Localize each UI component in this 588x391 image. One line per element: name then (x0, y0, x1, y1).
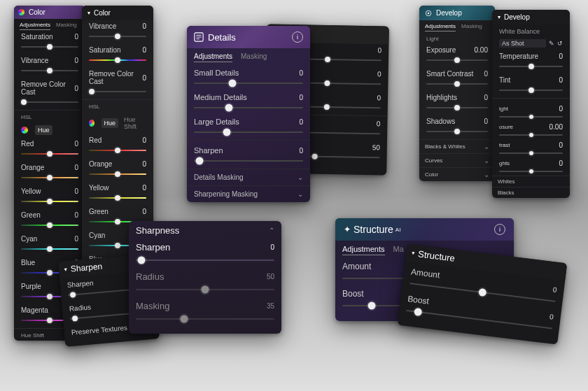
collapse-section[interactable]: Color⌄ (419, 167, 495, 181)
slider[interactable] (21, 222, 78, 229)
collapse-label: Details Masking (194, 173, 244, 181)
tab-masking[interactable]: Ma (393, 245, 404, 255)
tab-masking[interactable]: Masking (461, 23, 482, 31)
slider-row: Green0 (14, 209, 85, 219)
slider-value: 0 (299, 69, 303, 77)
collapse-section[interactable]: Curves⌄ (419, 153, 495, 167)
chevron-down-icon: ⌄ (484, 157, 489, 164)
slider[interactable] (89, 147, 146, 154)
slider-label: Highlights (426, 94, 457, 101)
sparkle-icon: ✦ (344, 225, 351, 234)
slider[interactable] (499, 87, 563, 94)
slider[interactable] (21, 246, 78, 253)
collapse-details-masking[interactable]: Details Masking ⌄ (187, 169, 310, 185)
slider[interactable] (136, 285, 274, 294)
eyedropper-icon[interactable]: ✎ (549, 40, 554, 47)
slider[interactable] (426, 104, 488, 111)
section-light: Light (419, 32, 495, 44)
info-icon[interactable]: i (494, 224, 505, 235)
slider-row: trast 0 (492, 139, 570, 149)
tab-bar: Adjustments Masking (419, 20, 495, 32)
slider[interactable] (194, 80, 303, 87)
hue-icon (21, 127, 28, 134)
sharpen-slider[interactable] (194, 157, 303, 164)
slider[interactable] (499, 114, 563, 119)
slider-value: 0 (559, 105, 563, 113)
slider-value: 0 (299, 147, 303, 155)
slider[interactable] (499, 63, 563, 70)
slider-value: 0.00 (550, 123, 563, 131)
slider[interactable] (499, 132, 563, 137)
slider[interactable] (89, 171, 146, 178)
slider[interactable] (21, 67, 78, 74)
slider[interactable] (21, 174, 78, 181)
slider-value: 0 (484, 94, 488, 101)
slider[interactable] (194, 129, 303, 136)
wb-preset-row[interactable]: As Shot ✎ ↺ (492, 37, 570, 50)
tab-adjustments[interactable]: Adjustments (425, 23, 456, 31)
slider-row: Remove Color Cast0 (82, 68, 153, 85)
slider-value: 0 (552, 285, 557, 294)
collapse-section[interactable]: Blacks (492, 187, 570, 198)
slider[interactable] (21, 198, 78, 205)
hsl-tab-hueshift[interactable]: Hue Shift (121, 115, 146, 131)
collapse-sharpening-masking[interactable]: Sharpening Masking ⌄ (187, 185, 310, 202)
slider-value: 0 (559, 76, 563, 84)
slider-value: 0 (299, 94, 303, 101)
chevron-up-icon: ⌃ (269, 227, 274, 234)
tab-adjustments[interactable]: Adjustments (194, 52, 232, 62)
slider-value: 0 (299, 118, 303, 126)
slider[interactable] (89, 57, 146, 64)
slider-value: 0 (142, 46, 146, 54)
collapse-section[interactable]: Whites (492, 176, 570, 187)
slider-value: 0.00 (475, 46, 488, 54)
slider[interactable] (89, 88, 146, 95)
slider[interactable] (426, 57, 488, 64)
slider-row: Tint0 (492, 74, 570, 84)
slider-value: 0 (270, 243, 274, 251)
hsl-tab-hue[interactable]: Hue (35, 125, 52, 135)
slider-label: Green (89, 208, 108, 215)
slider[interactable] (21, 99, 78, 106)
wb-preset: As Shot (499, 39, 546, 48)
panel-header: ✦ Structure AI i (335, 218, 514, 241)
reset-icon[interactable]: ↺ (557, 40, 563, 47)
slider[interactable] (21, 150, 78, 157)
slider-row: Yellow0 (14, 185, 85, 195)
tab-masking[interactable]: Masking (241, 52, 267, 62)
tab-adjustments[interactable]: Adjustments (20, 22, 50, 30)
panel-header[interactable]: Develop (492, 10, 570, 24)
tab-adjustments[interactable]: Adjustments (342, 245, 385, 255)
slider[interactable] (21, 43, 78, 50)
collapse-section[interactable]: Blacks & Whites⌄ (419, 139, 495, 153)
slider-row: Exposure0.00 (419, 44, 495, 54)
slider[interactable] (499, 150, 563, 155)
slider-label: Temperature (499, 52, 538, 60)
slider[interactable] (89, 33, 146, 40)
slider-value: 0 (142, 160, 146, 168)
slider[interactable] (194, 104, 303, 111)
slider-label: Vibrance (89, 22, 116, 30)
slider-label: Yellow (89, 184, 109, 192)
slider-label-fragment: ight (499, 106, 508, 112)
slider[interactable] (136, 314, 274, 324)
slider-label-fragment: trast (499, 142, 510, 148)
slider[interactable] (136, 255, 274, 265)
slider[interactable] (499, 169, 563, 173)
panel-title: Develop (504, 13, 530, 21)
hsl-tab-hue[interactable]: Hue (102, 118, 119, 128)
sharpness-panel: Sharpness ⌃ Sharpen 0 Radius 50 Masking … (129, 221, 281, 334)
slider[interactable] (89, 194, 146, 201)
tab-masking[interactable]: Masking (56, 22, 77, 30)
details-panel-front: Details i Adjustments Masking Small Deta… (187, 26, 310, 202)
slider[interactable] (426, 128, 488, 135)
info-icon[interactable]: i (292, 31, 303, 43)
slider[interactable] (426, 80, 488, 87)
slider-value: 0 (74, 235, 78, 243)
slider-label: Yellow (21, 187, 41, 195)
ai-badge: AI (396, 227, 401, 233)
panel-header[interactable]: Color (82, 6, 153, 20)
slider-label: Purple (21, 283, 41, 290)
panel-header[interactable]: Sharpness ⌃ (129, 221, 281, 240)
slider-value: 0 (74, 164, 78, 171)
